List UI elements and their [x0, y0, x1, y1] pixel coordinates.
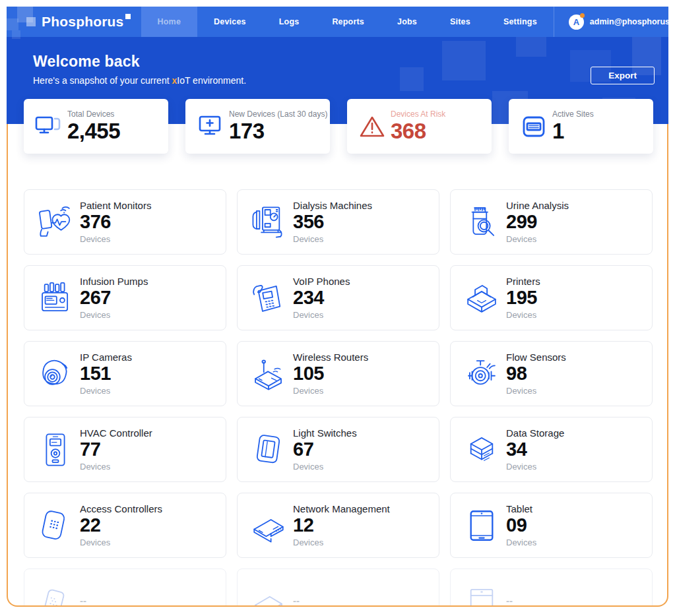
deco-square	[442, 41, 486, 80]
category-count: 299	[506, 212, 569, 233]
category-title: --	[293, 595, 300, 606]
device-category-card-tablet[interactable]: Tablet 09 Devices	[450, 493, 653, 558]
device-category-card-access-controllers[interactable]: Access Controllers 22 Devices	[24, 493, 226, 558]
tablet-icon	[463, 507, 501, 545]
category-count: 67	[293, 439, 357, 460]
category-title: HVAC Controller	[80, 427, 152, 439]
box-faded-icon	[249, 582, 288, 607]
device-category-card-placeholder[interactable]: --	[237, 569, 439, 607]
device-category-card-infusion-pumps[interactable]: Infusion Pumps 267 Devices	[24, 265, 226, 330]
stat-card-new-devices-last-30-days-[interactable]: New Devices (Last 30 days) 173	[185, 99, 330, 154]
stat-card-devices-at-risk[interactable]: Devices At Risk 368	[347, 99, 492, 154]
logo-superscript-square-icon	[125, 14, 131, 19]
category-count: 98	[506, 363, 566, 385]
window-faded-icon	[463, 582, 501, 607]
device-category-card-wireless-routers[interactable]: Wireless Routers 105 Devices	[237, 341, 439, 406]
category-count: 234	[293, 288, 350, 309]
avatar-letter: A	[573, 17, 579, 27]
category-unit-label: Devices	[80, 310, 148, 320]
main-content: Patient Monitors 376 Devices Dialysis Ma…	[7, 124, 668, 607]
data-storage-icon	[463, 431, 501, 469]
nav-item-jobs[interactable]: Jobs	[381, 7, 434, 37]
stat-value: 368	[391, 120, 445, 143]
category-count: 12	[293, 515, 390, 536]
device-category-card-patient-monitors[interactable]: Patient Monitors 376 Devices	[24, 189, 226, 255]
device-category-card-network-management[interactable]: Network Management 12 Devices	[237, 493, 439, 558]
category-title: Dialysis Machines	[293, 200, 372, 211]
category-count: 151	[80, 363, 132, 385]
device-category-card-placeholder[interactable]: --	[450, 569, 653, 607]
stat-label: Devices At Risk	[391, 109, 445, 119]
user-email: admin@phosphorus.io	[590, 17, 675, 26]
device-category-card-voip-phones[interactable]: VoIP Phones 234 Devices	[237, 265, 439, 330]
category-title: Network Management	[293, 503, 390, 514]
stats-summary-row: Total Devices 2,455 New Devices (Last 30…	[24, 99, 653, 154]
export-button[interactable]: Export	[591, 67, 655, 84]
device-category-card-ip-cameras[interactable]: IP Cameras 151 Devices	[24, 341, 226, 406]
category-unit-label: Devices	[80, 462, 152, 472]
category-unit-label: Devices	[293, 234, 372, 244]
stat-card-total-devices[interactable]: Total Devices 2,455	[24, 99, 168, 154]
nav-item-reports[interactable]: Reports	[315, 7, 381, 37]
category-unit-label: Devices	[80, 386, 132, 396]
infusion-pumps-icon	[36, 279, 75, 317]
category-count: 376	[80, 212, 151, 233]
nav-item-settings[interactable]: Settings	[487, 7, 554, 37]
urine-analysis-icon	[463, 203, 501, 241]
voip-phones-icon	[249, 279, 288, 317]
top-navigation-bar: Phosphorus HomeDevicesLogsReportsJobsSit…	[7, 7, 668, 37]
device-category-card-hvac-controller[interactable]: HVAC Controller 77 Devices	[24, 417, 226, 482]
category-unit-label: Devices	[293, 386, 368, 396]
device-category-grid-partial: -- -- --	[24, 569, 653, 607]
welcome-title: Welcome back	[33, 53, 140, 71]
deco-square	[12, 30, 20, 39]
nav-item-logs[interactable]: Logs	[263, 7, 316, 37]
category-count: 09	[506, 515, 536, 536]
category-title: --	[506, 595, 513, 606]
category-title: Tablet	[506, 503, 536, 514]
nav-item-label: Sites	[450, 17, 470, 26]
monitor-plus-icon	[197, 115, 224, 139]
hvac-controller-icon	[36, 431, 75, 469]
subtitle-prefix: Here's a snapshot of your current	[33, 75, 172, 86]
category-title: --	[80, 595, 86, 606]
access-controllers-icon	[36, 507, 75, 545]
device-category-card-placeholder[interactable]: --	[24, 569, 226, 607]
deco-square	[516, 37, 546, 57]
brand-logo[interactable]: Phosphorus	[26, 7, 124, 37]
device-category-card-printers[interactable]: Printers 195 Devices	[450, 265, 653, 330]
archive-box-icon	[520, 115, 548, 139]
subtitle-suffix: IoT environment.	[177, 75, 246, 86]
building-faded-icon	[36, 582, 75, 607]
device-category-card-light-switches[interactable]: Light Switches 67 Devices	[237, 417, 439, 482]
category-title: IP Cameras	[80, 352, 132, 363]
nav-item-devices[interactable]: Devices	[197, 7, 263, 37]
notification-dot	[580, 13, 585, 18]
category-title: Access Controllers	[80, 503, 162, 514]
nav-item-home[interactable]: Home	[141, 7, 198, 37]
device-category-card-data-storage[interactable]: Data Storage 34 Devices	[450, 417, 653, 482]
stat-label: New Devices (Last 30 days)	[229, 109, 327, 119]
monitor-duo-icon	[35, 115, 63, 139]
device-category-card-dialysis-machines[interactable]: Dialysis Machines 356 Devices	[237, 189, 439, 255]
category-unit-label: Devices	[80, 234, 151, 244]
device-category-card-urine-analysis[interactable]: Urine Analysis 299 Devices	[450, 189, 653, 255]
deco-square	[7, 18, 18, 30]
category-title: Infusion Pumps	[80, 276, 148, 287]
category-count: 195	[506, 288, 540, 309]
category-title: Patient Monitors	[80, 200, 151, 211]
welcome-subtitle: Here's a snapshot of your current xIoT e…	[33, 75, 246, 86]
stat-label: Total Devices	[67, 109, 120, 119]
device-category-card-flow-sensors[interactable]: Flow Sensors 98 Devices	[450, 341, 653, 406]
category-unit-label: Devices	[293, 462, 357, 472]
app-page: Phosphorus HomeDevicesLogsReportsJobsSit…	[7, 7, 668, 607]
dialysis-machines-icon	[249, 203, 288, 241]
nav-item-sites[interactable]: Sites	[434, 7, 487, 37]
device-category-grid: Patient Monitors 376 Devices Dialysis Ma…	[24, 189, 653, 558]
category-unit-label: Devices	[506, 538, 536, 547]
stat-card-active-sites[interactable]: Active Sites 1	[509, 99, 653, 154]
category-unit-label: Devices	[80, 538, 162, 547]
category-title: Light Switches	[293, 427, 357, 439]
nav-item-label: Reports	[332, 17, 364, 26]
user-menu[interactable]: A admin@phosphorus.io ▼	[554, 7, 675, 37]
